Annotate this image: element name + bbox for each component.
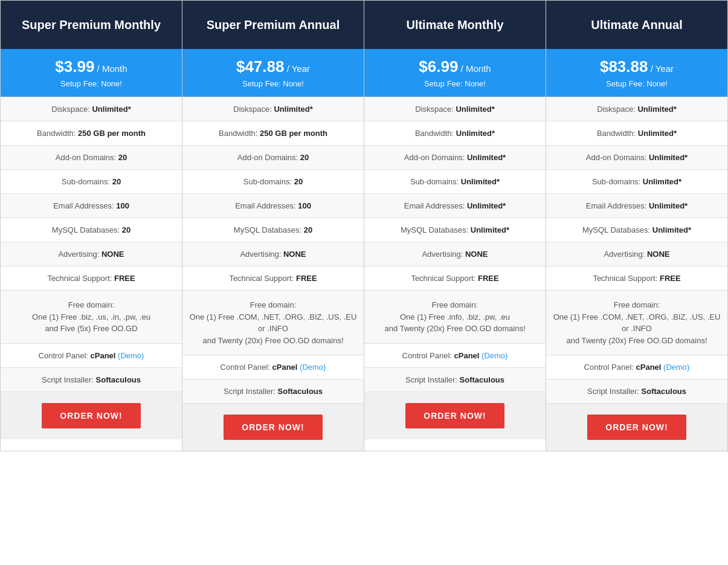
- feature-advertising: Advertising: NONE: [364, 242, 546, 266]
- cpanel-demo-link[interactable]: (Demo): [663, 363, 689, 372]
- price-amount: $3.99 / Month: [7, 57, 176, 76]
- order-button[interactable]: ORDER NOW!: [405, 403, 504, 428]
- price-period: / Year: [648, 63, 674, 74]
- feature-subdomains: Sub-domains: 20: [1, 169, 182, 193]
- feature-script-installer: Script Installer: Softaculous: [546, 379, 727, 403]
- plan-price: $83.88 / Year Setup Fee: None!: [546, 49, 727, 97]
- plan-header: Ultimate Annual: [546, 1, 727, 49]
- feature-support: Technical Support: FREE: [364, 266, 546, 290]
- feature-bandwidth: Bandwidth: Unlimited*: [546, 121, 727, 145]
- feature-support: Technical Support: FREE: [182, 266, 364, 290]
- feature-addon-domains: Add-on Domains: Unlimited*: [364, 145, 546, 169]
- feature-subdomains: Sub-domains: Unlimited*: [364, 169, 546, 193]
- plan-header: Super Premium Monthly: [1, 1, 182, 49]
- feature-email: Email Addresses: Unlimited*: [364, 193, 546, 218]
- feature-subdomains: Sub-domains: 20: [182, 169, 364, 193]
- feature-advertising: Advertising: NONE: [182, 242, 364, 266]
- feature-support: Technical Support: FREE: [1, 266, 182, 290]
- plan-price: $3.99 / Month Setup Fee: None!: [1, 49, 182, 97]
- feature-diskspace: Diskspace: Unlimited*: [182, 97, 364, 121]
- price-period: / Month: [94, 63, 127, 74]
- order-button[interactable]: ORDER NOW!: [42, 403, 140, 428]
- feature-free-domain: Free domain: One (1) Free .biz, .us, .in…: [1, 290, 182, 343]
- feature-support: Technical Support: FREE: [546, 266, 727, 290]
- feature-diskspace: Diskspace: Unlimited*: [1, 97, 182, 121]
- plan-super-premium-annual: Super Premium Annual $47.88 / Year Setup…: [182, 1, 364, 451]
- price-period: / Year: [284, 63, 310, 74]
- plan-header: Ultimate Monthly: [364, 1, 546, 49]
- price-amount: $47.88 / Year: [188, 57, 358, 76]
- feature-free-domain: Free domain: One (1) Free .COM, .NET, .O…: [546, 290, 727, 355]
- feature-free-domain: Free domain: One (1) Free .info, .biz, .…: [364, 290, 546, 343]
- pricing-table: Super Premium Monthly $3.99 / Month Setu…: [0, 0, 728, 451]
- feature-bandwidth: Bandwidth: 250 GB per month: [1, 121, 182, 145]
- plan-price: $47.88 / Year Setup Fee: None!: [182, 49, 364, 97]
- feature-script-installer: Script Installer: Softaculous: [182, 379, 364, 403]
- price-amount: $83.88 / Year: [552, 57, 721, 76]
- plan-super-premium-monthly: Super Premium Monthly $3.99 / Month Setu…: [1, 1, 182, 451]
- order-button[interactable]: ORDER NOW!: [587, 415, 686, 440]
- feature-free-domain: Free domain: One (1) Free .COM, .NET, .O…: [182, 290, 364, 355]
- feature-advertising: Advertising: NONE: [1, 242, 182, 266]
- feature-cpanel: Control Panel: cPanel (Demo): [182, 355, 364, 379]
- feature-subdomains: Sub-domains: Unlimited*: [546, 169, 727, 193]
- feature-diskspace: Diskspace: Unlimited*: [364, 97, 546, 121]
- setup-fee: Setup Fee: None!: [370, 79, 540, 88]
- feature-cpanel: Control Panel: cPanel (Demo): [364, 343, 546, 367]
- setup-fee: Setup Fee: None!: [552, 79, 721, 88]
- plan-price: $6.99 / Month Setup Fee: None!: [364, 49, 546, 97]
- feature-cpanel: Control Panel: cPanel (Demo): [1, 343, 182, 367]
- feature-addon-domains: Add-on Domains: 20: [1, 145, 182, 169]
- feature-advertising: Advertising: NONE: [546, 242, 727, 266]
- feature-mysql: MySQL Databases: 20: [182, 218, 364, 242]
- order-button[interactable]: ORDER NOW!: [224, 415, 322, 440]
- cpanel-demo-link[interactable]: (Demo): [482, 351, 507, 360]
- order-row: ORDER NOW!: [546, 403, 727, 451]
- feature-addon-domains: Add-on Domains: 20: [182, 145, 364, 169]
- feature-email: Email Addresses: 100: [1, 193, 182, 218]
- order-row: ORDER NOW!: [1, 392, 182, 439]
- plan-ultimate-monthly: Ultimate Monthly $6.99 / Month Setup Fee…: [364, 1, 546, 451]
- feature-mysql: MySQL Databases: Unlimited*: [546, 218, 727, 242]
- feature-bandwidth: Bandwidth: Unlimited*: [364, 121, 546, 145]
- cpanel-demo-link[interactable]: (Demo): [118, 351, 144, 360]
- order-row: ORDER NOW!: [364, 392, 546, 439]
- feature-diskspace: Diskspace: Unlimited*: [546, 97, 727, 121]
- feature-mysql: MySQL Databases: Unlimited*: [364, 218, 546, 242]
- plan-header: Super Premium Annual: [182, 1, 364, 49]
- feature-script-installer: Script Installer: Softaculous: [1, 367, 182, 392]
- order-row: ORDER NOW!: [182, 403, 364, 451]
- feature-addon-domains: Add-on Domains: Unlimited*: [546, 145, 727, 169]
- setup-fee: Setup Fee: None!: [7, 79, 176, 88]
- feature-mysql: MySQL Databases: 20: [1, 218, 182, 242]
- feature-script-installer: Script Installer: Softaculous: [364, 367, 546, 392]
- price-amount: $6.99 / Month: [370, 57, 540, 76]
- cpanel-demo-link[interactable]: (Demo): [300, 363, 326, 372]
- feature-cpanel: Control Panel: cPanel (Demo): [546, 355, 727, 379]
- feature-email: Email Addresses: Unlimited*: [546, 193, 727, 218]
- feature-email: Email Addresses: 100: [182, 193, 364, 218]
- plan-ultimate-annual: Ultimate Annual $83.88 / Year Setup Fee:…: [546, 1, 727, 451]
- feature-bandwidth: Bandwidth: 250 GB per month: [182, 121, 364, 145]
- price-period: / Month: [458, 63, 491, 74]
- setup-fee: Setup Fee: None!: [188, 79, 358, 88]
